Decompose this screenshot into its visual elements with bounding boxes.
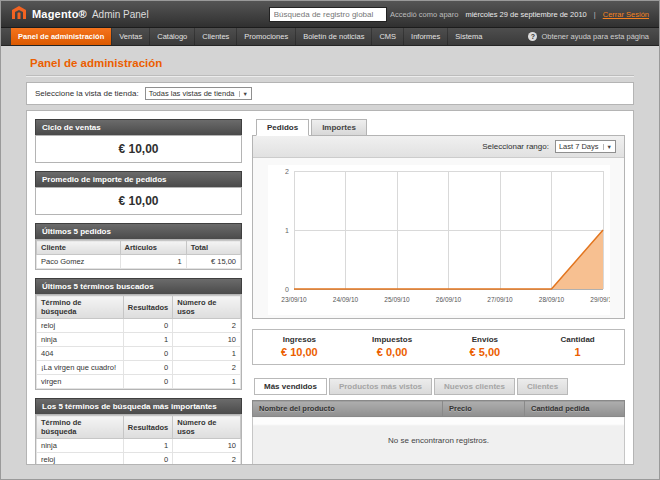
nav-item-promociones[interactable]: Promociones xyxy=(236,28,295,45)
help-link[interactable]: ? Obtener ayuda para esta página xyxy=(528,28,649,45)
store-view-select-value: Todas las vistas de tienda xyxy=(149,89,235,98)
cell-results: 0 xyxy=(123,453,172,466)
search-term-row[interactable]: reloj 0 2 xyxy=(37,319,241,333)
x-tick-label: 23/09/10 xyxy=(281,296,307,303)
stat-label: Impuestos xyxy=(346,335,439,344)
stat-value: € 10,00 xyxy=(253,346,346,358)
nav-item-clientes[interactable]: Clientes xyxy=(194,28,236,45)
range-select[interactable]: Last 7 Days ▼ xyxy=(555,140,616,153)
chevron-down-icon: ▼ xyxy=(239,91,248,97)
nav-item-catalogo[interactable]: Catálogo xyxy=(149,28,194,45)
last-search-terms-panel: Últimos 5 términos buscados Término de b… xyxy=(35,278,242,390)
y-axis-labels: 2 1 0 xyxy=(285,168,289,293)
search-term-row[interactable]: virgen 0 1 xyxy=(37,375,241,389)
products-grid: Nombre del producto Precio Cantidad pedi… xyxy=(252,400,625,465)
panel-body: Término de búsqueda Resultados Número de… xyxy=(35,414,242,465)
x-tick-label: 24/09/10 xyxy=(332,296,358,303)
cell-uses: 2 xyxy=(173,453,241,466)
store-view-label: Seleccione la vista de tienda: xyxy=(35,89,139,98)
logged-in-text: Accedió como aparo xyxy=(390,10,458,19)
cell-uses: 1 xyxy=(173,375,241,389)
panel-body: Cliente Artículos Total Paco Gomez 1 € 1… xyxy=(35,239,242,270)
left-column: Ciclo de ventas € 10,00 Promedio de impo… xyxy=(35,119,242,456)
cell-term: virgen xyxy=(37,375,124,389)
nav-item-boletin[interactable]: Boletín de noticias xyxy=(295,28,371,45)
col-header-qty: Cantidad pedida xyxy=(525,401,625,417)
store-view-select[interactable]: Todas las vistas de tienda ▼ xyxy=(145,87,252,100)
panel-title: Últimos 5 términos buscados xyxy=(35,278,242,294)
top-search-terms-panel: Los 5 términos de búsqueda más important… xyxy=(35,398,242,465)
chart-wrap: 2 1 0 23/09/10 24/09/10 25/09/10 26/09/1… xyxy=(253,158,624,318)
nav-item-ventas[interactable]: Ventas xyxy=(111,28,149,45)
last-orders-panel: Últimos 5 pedidos Cliente Artículos Tota… xyxy=(35,223,242,270)
totals-box: Ingresos € 10,00 Impuestos € 0,00 Envíos… xyxy=(252,329,625,365)
help-label: Obtener ayuda para esta página xyxy=(541,32,649,41)
average-orders-panel: Promedio de importe de pedidos € 10,00 xyxy=(35,171,242,215)
grid-tab-clientes[interactable]: Clientes xyxy=(517,378,568,395)
nav-item-informes[interactable]: Informes xyxy=(403,28,447,45)
search-term-row[interactable]: reloj 0 2 xyxy=(37,453,241,466)
right-column: Pedidos Importes Seleccionar rango: Last… xyxy=(252,119,625,456)
chart-grid xyxy=(294,171,603,289)
tab-pedidos[interactable]: Pedidos xyxy=(256,119,309,136)
col-header: Número de usos xyxy=(173,416,241,439)
cell-results: 0 xyxy=(123,319,172,333)
order-row[interactable]: Paco Gomez 1 € 15,00 xyxy=(37,255,241,269)
col-header: Cliente xyxy=(37,241,121,255)
separator: | xyxy=(594,10,596,19)
nav-item-sistema[interactable]: Sistema xyxy=(447,28,489,45)
search-term-row[interactable]: ninja 1 10 xyxy=(37,439,241,453)
cell-uses: 10 xyxy=(173,439,241,453)
nav-item-dashboard[interactable]: Panel de administración xyxy=(11,28,111,45)
stat-label: Envíos xyxy=(439,335,532,344)
search-term-row[interactable]: ninja 1 10 xyxy=(37,333,241,347)
magento-admin-app: Magento® Admin Panel Accedió como aparo … xyxy=(1,1,659,465)
col-header: Artículos xyxy=(120,241,186,255)
y-tick-label: 1 xyxy=(285,227,289,234)
search-term-row[interactable]: 404 0 1 xyxy=(37,347,241,361)
magento-logo-icon xyxy=(11,6,27,22)
dashboard-content: Ciclo de ventas € 10,00 Promedio de impo… xyxy=(26,110,634,465)
panel-title: Los 5 términos de búsqueda más important… xyxy=(35,398,242,414)
cell-term: reloj xyxy=(37,319,124,333)
stat-label: Cantidad xyxy=(531,335,624,344)
help-icon: ? xyxy=(528,32,537,41)
current-date: miércoles 29 de septiembre de 2010 xyxy=(465,10,586,19)
col-header: Término de búsqueda xyxy=(37,296,124,319)
session-info: Accedió como aparo miércoles 29 de septi… xyxy=(390,10,649,19)
range-bar: Seleccionar rango: Last 7 Days ▼ xyxy=(253,136,624,158)
range-label: Seleccionar rango: xyxy=(482,142,549,151)
search-term-row[interactable]: ¡La virgen que cuadro! 0 2 xyxy=(37,361,241,375)
x-tick-label: 27/09/10 xyxy=(487,296,513,303)
cell-customer: Paco Gomez xyxy=(37,255,121,269)
stat-cantidad: Cantidad 1 xyxy=(531,335,624,358)
cell-uses: 1 xyxy=(173,347,241,361)
grid-tab-mas-vendidos[interactable]: Más vendidos xyxy=(254,378,327,395)
lifetime-sales-panel: Ciclo de ventas € 10,00 xyxy=(35,119,242,163)
cell-term: 404 xyxy=(37,347,124,361)
panel-title: Ciclo de ventas xyxy=(35,119,242,135)
brand-suffix: Admin Panel xyxy=(92,9,149,20)
grid-tab-nuevos-clientes[interactable]: Nuevos clientes xyxy=(434,378,515,395)
lifetime-sales-value: € 10,00 xyxy=(35,135,242,163)
main-nav: Panel de administración Ventas Catálogo … xyxy=(1,28,659,46)
brand: Magento® Admin Panel xyxy=(11,6,149,22)
grid-tab-productos-mas-vistos[interactable]: Productos más vistos xyxy=(329,378,432,395)
logout-link[interactable]: Cerrar Sesión xyxy=(603,10,649,19)
stat-envios: Envíos € 5,00 xyxy=(439,335,532,358)
average-orders-value: € 10,00 xyxy=(35,187,242,215)
col-header: Resultados xyxy=(123,296,172,319)
divider xyxy=(26,75,634,76)
empty-message: No se encontraron registros. xyxy=(253,417,625,465)
tab-importes[interactable]: Importes xyxy=(311,119,367,136)
global-search-input[interactable] xyxy=(269,7,387,22)
cell-term: ninja xyxy=(37,333,124,347)
cell-results: 1 xyxy=(123,333,172,347)
col-header-price: Precio xyxy=(443,401,525,417)
x-tick-label: 28/09/10 xyxy=(538,296,564,303)
nav-item-cms[interactable]: CMS xyxy=(371,28,403,45)
page: Panel de administración Seleccione la vi… xyxy=(1,46,659,465)
brand-name: Magento® xyxy=(32,8,87,20)
col-header: Resultados xyxy=(123,416,172,439)
panel-body: Término de búsqueda Resultados Número de… xyxy=(35,294,242,390)
